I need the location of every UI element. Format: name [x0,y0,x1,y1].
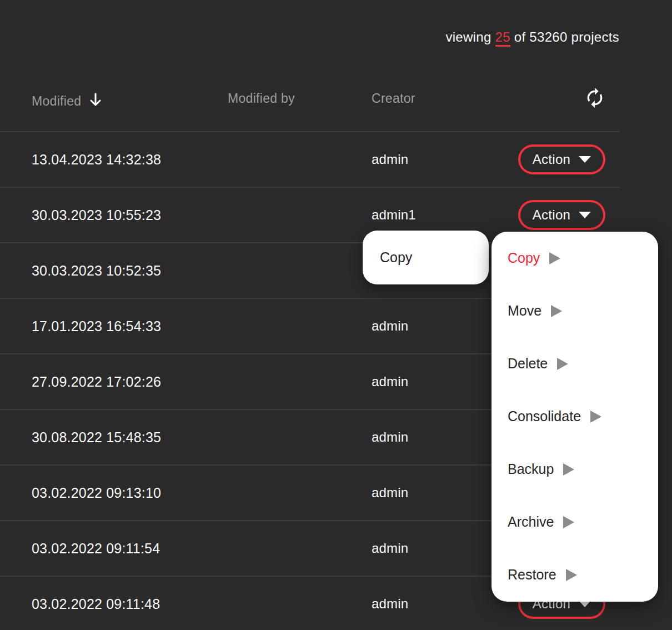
table-header: Modified Modified by Creator [0,0,619,131]
menu-item-copy[interactable]: Copy [492,232,658,284]
menu-item-move[interactable]: Move [492,284,658,337]
column-header-modified[interactable]: Modified [32,91,103,111]
column-header-modified-label: Modified [32,94,81,109]
cell-modified: 03.02.2022 09:11:54 [32,521,160,576]
table-row: 13.04.2023 14:32:38adminAction [0,132,619,188]
submenu-arrow-right-icon [549,252,560,264]
cell-modified: 27.09.2022 17:02:26 [32,354,161,409]
column-header-modified-by[interactable]: Modified by [228,91,295,106]
caret-down-icon [579,212,591,218]
cell-modified: 13.04.2023 14:32:38 [32,132,161,187]
refresh-button[interactable] [583,87,606,110]
cell-creator: admin [372,577,408,630]
submenu-arrow-right-icon [563,516,574,528]
column-header-creator[interactable]: Creator [372,91,415,106]
cell-creator: admin [372,410,408,464]
submenu-arrow-right-icon [557,358,568,370]
cell-modified: 30.08.2022 15:48:35 [32,410,161,464]
refresh-icon [584,102,606,111]
submenu-item-copy[interactable]: Copy [363,231,489,284]
cell-creator: admin [372,466,408,520]
menu-item-label: Consolidate [508,408,581,424]
cell-modified: 30.03.2023 10:55:23 [32,188,161,242]
cell-creator: admin [372,132,408,187]
column-header-creator-label: Creator [372,91,415,106]
menu-item-label: Backup [508,461,554,477]
cell-creator: admin [372,521,408,576]
submenu-item-label: Copy [380,249,412,266]
submenu-arrow-right-icon [563,463,574,476]
action-button[interactable]: Action [518,144,605,174]
submenu-arrow-right-icon [566,569,577,581]
menu-item-label: Move [508,303,541,319]
menu-item-label: Archive [508,514,554,530]
menu-item-label: Copy [508,250,540,266]
action-button[interactable]: Action [518,200,605,230]
menu-item-backup[interactable]: Backup [492,443,658,496]
cell-modified: 30.03.2023 10:52:35 [32,243,161,298]
action-dropdown-menu: CopyMoveDeleteConsolidateBackupArchiveRe… [492,232,658,602]
copy-submenu-panel: Copy [363,231,489,284]
menu-item-archive[interactable]: Archive [492,496,658,548]
cell-modified: 03.02.2022 09:13:10 [32,466,161,520]
column-header-modified-by-label: Modified by [228,91,295,106]
cell-modified: 03.02.2022 09:11:48 [32,577,160,630]
menu-item-label: Delete [508,356,548,372]
cell-modified: 17.01.2023 16:54:33 [32,299,161,353]
action-button-label: Action [533,207,571,223]
sort-descending-arrow-icon [88,92,103,111]
cell-creator: admin [372,354,408,409]
menu-item-label: Restore [508,567,556,583]
caret-down-icon [579,156,591,163]
menu-item-restore[interactable]: Restore [492,548,658,601]
submenu-arrow-right-icon [551,305,562,317]
projects-page: viewing 25 of 53260 projects Modified Mo… [0,0,672,630]
menu-item-consolidate[interactable]: Consolidate [492,390,658,443]
cell-creator: admin [372,299,408,353]
menu-item-delete[interactable]: Delete [492,337,658,390]
action-button-label: Action [533,152,571,167]
submenu-arrow-right-icon [590,411,601,423]
